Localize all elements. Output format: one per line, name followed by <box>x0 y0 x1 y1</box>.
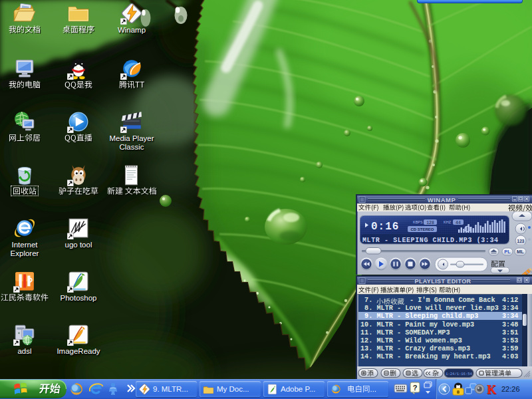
svg-text:CD STEREO: CD STEREO <box>410 227 434 231</box>
svg-text:123: 123 <box>517 239 525 243</box>
svg-text:PL: PL <box>504 249 511 255</box>
svg-text:128: 128 <box>426 221 434 225</box>
svg-text:1:24/1:16:54: 1:24/1:16:54 <box>446 372 472 376</box>
svg-text:PLAYLIST EDITOR: PLAYLIST EDITOR <box>414 278 471 285</box>
svg-text:KBPS: KBPS <box>413 220 423 224</box>
svg-text:?: ? <box>413 384 418 392</box>
svg-text:0:16: 0:16 <box>371 221 399 233</box>
svg-text:KHZ: KHZ <box>444 220 452 224</box>
svg-text:ML: ML <box>517 249 524 255</box>
svg-text:44: 44 <box>456 221 461 225</box>
svg-text:WINAMP: WINAMP <box>428 196 456 203</box>
svg-text:MLTR - SLEEPING CHILD.MP3 (3:3: MLTR - SLEEPING CHILD.MP3 (3:34 <box>362 237 499 244</box>
svg-text:K: K <box>487 383 496 396</box>
